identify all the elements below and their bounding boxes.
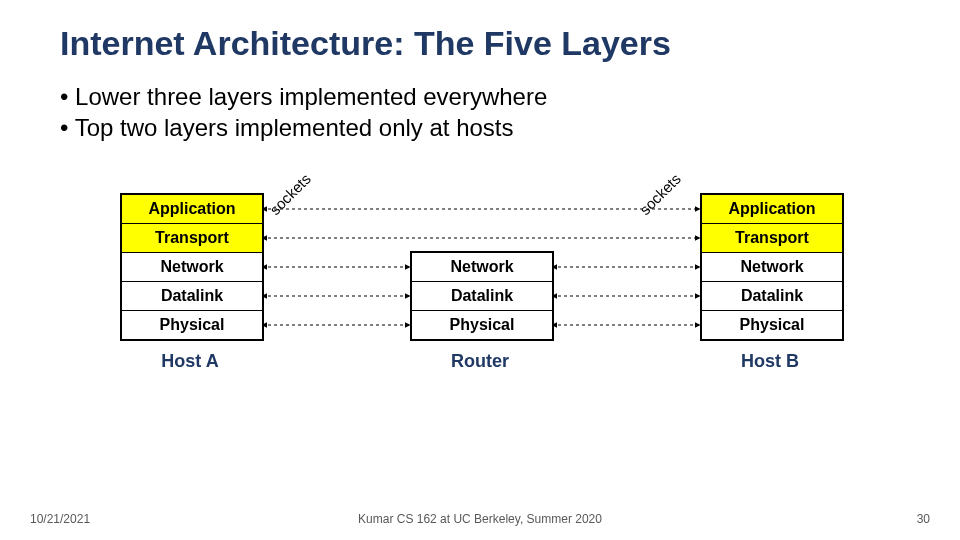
- host-b-stack: Application Transport Network Datalink P…: [700, 193, 844, 341]
- layer-cell: Network: [702, 252, 842, 281]
- router-stack: Network Datalink Physical: [410, 251, 554, 341]
- layer-cell: Network: [122, 252, 262, 281]
- layer-cell: Transport: [702, 223, 842, 252]
- layer-cell: Physical: [412, 310, 552, 339]
- layer-cell: Application: [702, 195, 842, 223]
- bullet-item: Top two layers implemented only at hosts: [60, 112, 900, 143]
- footer-center: Kumar CS 162 at UC Berkeley, Summer 2020: [0, 512, 960, 526]
- layers-diagram: Application Transport Network Datalink P…: [120, 173, 840, 403]
- sockets-label-right: sockets: [636, 170, 684, 218]
- slide: Internet Architecture: The Five Layers L…: [0, 0, 960, 540]
- footer-page-number: 30: [917, 512, 930, 526]
- bullet-list: Lower three layers implemented everywher…: [60, 81, 900, 143]
- slide-title: Internet Architecture: The Five Layers: [60, 24, 900, 63]
- layer-cell: Datalink: [702, 281, 842, 310]
- layer-cell: Network: [412, 253, 552, 281]
- host-a-stack: Application Transport Network Datalink P…: [120, 193, 264, 341]
- layer-cell: Transport: [122, 223, 262, 252]
- sockets-label-left: sockets: [266, 170, 314, 218]
- bullet-item: Lower three layers implemented everywher…: [60, 81, 900, 112]
- layer-cell: Physical: [702, 310, 842, 339]
- host-b-label: Host B: [700, 351, 840, 372]
- router-label: Router: [410, 351, 550, 372]
- host-a-label: Host A: [120, 351, 260, 372]
- layer-cell: Datalink: [122, 281, 262, 310]
- layer-cell: Physical: [122, 310, 262, 339]
- layer-cell: Application: [122, 195, 262, 223]
- layer-cell: Datalink: [412, 281, 552, 310]
